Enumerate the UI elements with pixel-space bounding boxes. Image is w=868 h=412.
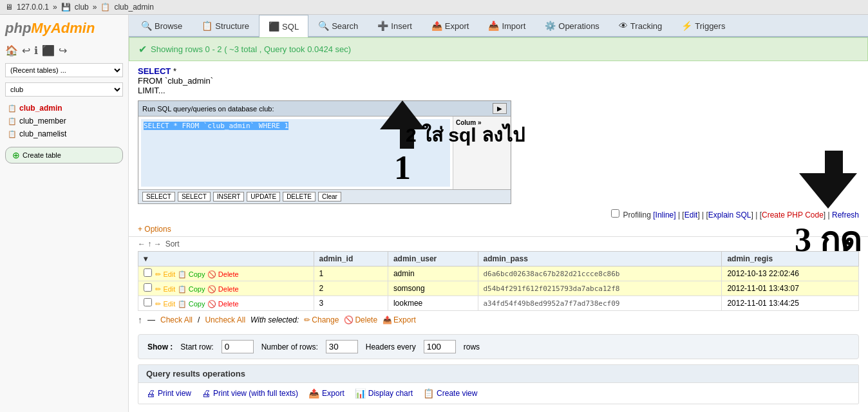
filter-icon: ▾ <box>144 254 147 263</box>
headers-every-label: Headers every <box>366 342 416 351</box>
row-checkbox[interactable] <box>144 268 152 277</box>
tab-triggers[interactable]: ⚡ Triggers <box>672 15 735 36</box>
row-cell-actions: ✏ Edit 📋 Copy 🚫 Delete <box>138 296 314 311</box>
db-dropdown[interactable]: club <box>5 82 123 97</box>
sql-keyword-select: SELECT <box>138 66 171 76</box>
start-row-input[interactable] <box>222 340 254 353</box>
create-view-icon: 📋 <box>423 388 434 398</box>
print-view-action[interactable]: 🖨 Print view <box>146 388 191 398</box>
chart-icon: 📊 <box>355 388 366 398</box>
topbar-ip: 127.0.0.1 <box>17 3 49 12</box>
browse-icon: 🔍 <box>141 21 152 31</box>
sort-label: Sort <box>165 239 180 248</box>
edit-link[interactable]: ✏ Edit <box>155 300 175 308</box>
sql-limit: LIMIT... <box>138 86 165 95</box>
num-rows-input[interactable] <box>326 340 358 353</box>
col-header-admin-id[interactable]: admin_id <box>314 252 388 267</box>
options-link[interactable]: + Options <box>138 225 171 234</box>
col-header-admin-user[interactable]: admin_user <box>388 252 478 267</box>
check-all-row: ↑ — Check All / Uncheck All With selecte… <box>129 311 868 329</box>
home-icon[interactable]: 🏠 <box>5 44 18 57</box>
qr-export-action[interactable]: 📤 Export <box>308 388 344 398</box>
copy-link[interactable]: 📋 Copy <box>178 270 205 278</box>
tab-operations[interactable]: ⚙️ Operations <box>535 15 609 36</box>
recent-tables-select[interactable]: (Recent tables) ... <box>5 63 123 77</box>
tab-search-label: Search <box>332 21 358 31</box>
tab-browse[interactable]: 🔍 Browse <box>131 15 192 36</box>
profiling-label: Profiling <box>623 211 651 220</box>
tab-search[interactable]: 🔍 Search <box>308 15 368 36</box>
logo: phpMyAdmin <box>5 20 123 37</box>
db-select[interactable]: club <box>5 82 123 97</box>
select1-btn[interactable]: SELECT <box>142 192 175 201</box>
row-checkbox[interactable] <box>144 298 152 306</box>
exit-icon[interactable]: ↪ <box>59 44 67 57</box>
edit-link[interactable]: ✏ Edit <box>155 270 175 278</box>
logo-php: php <box>5 20 31 36</box>
sidebar-item-club-namelist[interactable]: 📋 club_namelist <box>5 127 123 140</box>
plus-icon: ⊕ <box>12 150 20 160</box>
tab-export[interactable]: 📤 Export <box>422 15 479 36</box>
delete-action-icon: 🚫 <box>344 315 354 324</box>
inline-link[interactable]: [Inline] <box>653 211 675 220</box>
delete-action[interactable]: 🚫 Delete <box>344 315 377 324</box>
tab-import[interactable]: 📥 Import <box>478 15 535 36</box>
sidebar-table-label: club_admin <box>19 104 62 113</box>
export-label: Export <box>393 315 416 324</box>
tab-sql[interactable]: ⬛ SQL <box>259 15 308 37</box>
delete-link[interactable]: 🚫 Delete <box>207 300 239 308</box>
edit-link[interactable]: ✏ Edit <box>155 285 175 293</box>
display-chart-action[interactable]: 📊 Display chart <box>355 388 413 398</box>
sidebar-item-club-member[interactable]: 📋 club_member <box>5 115 123 127</box>
create-view-action[interactable]: 📋 Create view <box>423 388 477 398</box>
annotation-number-1: 1 <box>394 149 411 187</box>
operations-icon: ⚙️ <box>545 21 556 31</box>
check-all-link[interactable]: Check All <box>160 315 193 324</box>
edit-link[interactable]: Edit <box>684 211 698 220</box>
change-label: Change <box>312 315 339 324</box>
delete-link[interactable]: 🚫 Delete <box>207 285 239 293</box>
create-table-button[interactable]: ⊕ Create table <box>5 147 123 164</box>
insert-btn[interactable]: INSERT <box>213 192 245 201</box>
tab-sql-label: SQL <box>282 22 299 32</box>
copy-link[interactable]: 📋 Copy <box>178 300 205 308</box>
tab-insert[interactable]: ➕ Insert <box>368 15 422 36</box>
profiling-checkbox[interactable] <box>611 209 619 218</box>
headers-every-input[interactable] <box>424 340 456 353</box>
table-row: ✏ Edit 📋 Copy 🚫 Delete 1 admin d6a6bcd02… <box>138 267 859 281</box>
delete-btn[interactable]: DELETE <box>283 192 316 201</box>
row-checkbox[interactable] <box>144 283 152 292</box>
col-header-admin-pass[interactable]: admin_pass <box>478 252 722 267</box>
sidebar: phpMyAdmin 🏠 ↩ ℹ ⬛ ↪ (Recent tables) ...… <box>0 15 129 412</box>
change-icon: ✏ <box>304 315 310 324</box>
topbar-sep1: » <box>53 3 57 12</box>
run-sql-button[interactable]: ▶ <box>493 103 507 114</box>
col-header-checkbox: ▾ <box>138 252 314 267</box>
recent-tables-dropdown[interactable]: (Recent tables) ... <box>5 63 123 77</box>
tab-export-label: Export <box>445 21 469 31</box>
qr-body: 🖨 Print view 🖨 Print view (with full tex… <box>138 383 858 404</box>
qr-section: Query results operations 🖨 Print view 🖨 … <box>138 364 859 404</box>
info-icon[interactable]: ℹ <box>34 44 38 57</box>
change-action[interactable]: ✏ Change <box>304 315 339 324</box>
copy-link[interactable]: 📋 Copy <box>178 285 205 293</box>
delete-link[interactable]: 🚫 Delete <box>207 270 239 278</box>
arrow-line: — <box>147 315 155 324</box>
down-arrow-head <box>799 173 857 209</box>
topbar-icon3: 📋 <box>100 3 110 12</box>
settings-icon[interactable]: ⬛ <box>42 44 55 57</box>
select2-btn[interactable]: SELECT <box>178 192 211 201</box>
clear-btn[interactable]: Clear <box>318 192 341 201</box>
refresh-icon[interactable]: ↩ <box>22 44 30 57</box>
start-row-label: Start row: <box>180 342 213 351</box>
tab-structure[interactable]: 📋 Structure <box>192 15 259 36</box>
sql-select-rest: * <box>173 66 176 76</box>
export-action[interactable]: 📤 Export <box>382 315 416 324</box>
tab-tracking[interactable]: 👁 Tracking <box>609 15 672 36</box>
print-full-action[interactable]: 🖨 Print view (with full texts) <box>202 388 298 398</box>
uncheck-all-link[interactable]: Uncheck All <box>205 315 245 324</box>
explain-sql-link[interactable]: Explain SQL <box>708 211 751 220</box>
editor-buttons: SELECT SELECT INSERT UPDATE DELETE Clear <box>138 189 511 203</box>
sidebar-item-club-admin[interactable]: 📋 club_admin <box>5 102 123 115</box>
update-btn[interactable]: UPDATE <box>247 192 280 201</box>
